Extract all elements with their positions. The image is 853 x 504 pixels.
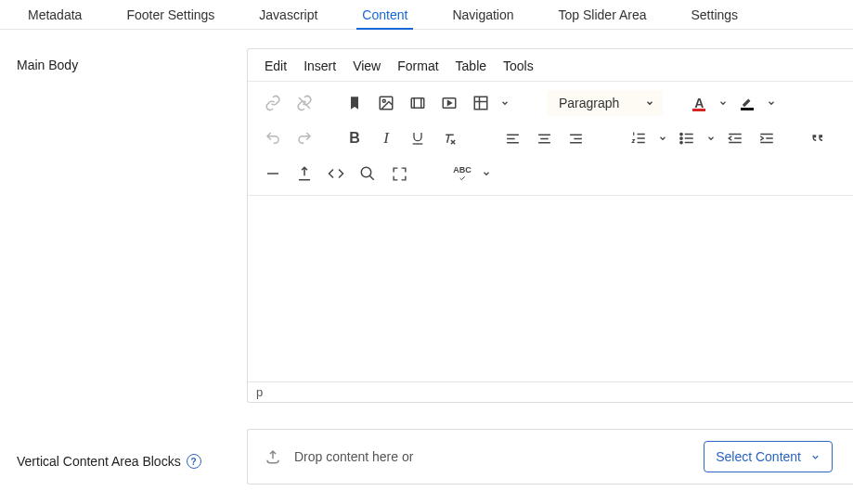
- text-color-dropdown-icon[interactable]: [717, 89, 730, 117]
- dropzone-hint: Drop content here or: [265, 448, 413, 465]
- underline-icon[interactable]: [404, 124, 432, 152]
- spellcheck-icon[interactable]: ABC: [448, 160, 476, 187]
- highlight-dropdown-icon[interactable]: [765, 89, 778, 117]
- unlink-icon[interactable]: [291, 89, 318, 117]
- menu-edit[interactable]: Edit: [265, 58, 287, 73]
- bookmark-icon[interactable]: [341, 89, 368, 117]
- upload-icon[interactable]: [291, 160, 318, 187]
- tab-javascript[interactable]: Javascript: [240, 1, 336, 29]
- image-settings-icon[interactable]: [404, 89, 432, 117]
- format-select-label: Paragraph: [559, 96, 619, 110]
- search-icon[interactable]: [354, 160, 381, 187]
- highlight-button[interactable]: [733, 89, 761, 117]
- select-content-label: Select Content: [716, 449, 801, 464]
- upload-cloud-icon: [265, 448, 281, 465]
- chevron-down-icon: [810, 452, 821, 462]
- table-icon[interactable]: [467, 89, 495, 117]
- text-color-button[interactable]: A: [685, 89, 713, 117]
- code-icon[interactable]: [322, 160, 350, 187]
- svg-point-1: [382, 99, 385, 102]
- blockquote-icon[interactable]: [803, 124, 831, 152]
- tab-content[interactable]: Content: [343, 1, 426, 29]
- svg-point-7: [680, 141, 682, 143]
- italic-icon[interactable]: I: [372, 124, 400, 152]
- dropzone-text: Drop content here or: [294, 449, 413, 464]
- menu-tools[interactable]: Tools: [503, 58, 534, 73]
- horizontal-rule-icon[interactable]: [259, 160, 287, 187]
- editor-menubar: Edit Insert View Format Table Tools: [248, 49, 853, 81]
- align-center-icon[interactable]: [530, 124, 558, 152]
- element-path-bar[interactable]: p: [248, 381, 853, 402]
- outdent-icon[interactable]: [721, 124, 749, 152]
- tab-navigation[interactable]: Navigation: [433, 1, 532, 29]
- table-dropdown-icon[interactable]: [498, 89, 511, 117]
- menu-format[interactable]: Format: [397, 58, 438, 73]
- undo-icon[interactable]: [259, 124, 287, 152]
- image-icon[interactable]: [372, 89, 400, 117]
- tab-settings[interactable]: Settings: [673, 1, 757, 29]
- video-icon[interactable]: [435, 89, 463, 117]
- tab-metadata[interactable]: Metadata: [9, 1, 100, 29]
- help-icon[interactable]: ?: [187, 454, 201, 469]
- content-area-label: Vertical Content Area Blocks: [17, 454, 181, 469]
- bullet-list-icon[interactable]: [673, 124, 701, 152]
- svg-point-8: [361, 167, 371, 177]
- redo-icon[interactable]: [291, 124, 318, 152]
- rich-text-editor: Edit Insert View Format Table Tools: [247, 48, 853, 403]
- svg-point-5: [680, 133, 682, 135]
- tab-footer-settings[interactable]: Footer Settings: [108, 1, 233, 29]
- editor-toolbar: Paragraph A: [248, 81, 853, 196]
- svg-point-6: [680, 137, 682, 139]
- svg-rect-4: [474, 97, 487, 110]
- content-area-row: Vertical Content Area Blocks ? Drop cont…: [0, 403, 853, 485]
- numbered-list-icon[interactable]: [625, 124, 653, 152]
- indent-icon[interactable]: [753, 124, 781, 152]
- svg-rect-2: [411, 98, 424, 109]
- menu-view[interactable]: View: [353, 58, 381, 73]
- content-dropzone[interactable]: Drop content here or Select Content: [247, 429, 853, 485]
- tab-top-slider-area[interactable]: Top Slider Area: [540, 1, 666, 29]
- page-tabs: Metadata Footer Settings Javascript Cont…: [0, 0, 853, 30]
- clear-format-icon[interactable]: [435, 124, 463, 152]
- format-select[interactable]: Paragraph: [547, 90, 663, 116]
- main-body-row: Main Body Edit Insert View Format Table …: [0, 30, 853, 403]
- numbered-list-dropdown-icon[interactable]: [656, 124, 669, 152]
- bold-icon[interactable]: B: [341, 124, 368, 152]
- menu-insert[interactable]: Insert: [304, 58, 336, 73]
- editor-body[interactable]: [248, 196, 853, 381]
- align-left-icon[interactable]: [498, 124, 526, 152]
- select-content-button[interactable]: Select Content: [704, 441, 833, 472]
- bullet-list-dropdown-icon[interactable]: [704, 124, 717, 152]
- content-area-label-wrap: Vertical Content Area Blocks ?: [17, 429, 241, 485]
- spellcheck-dropdown-icon[interactable]: [480, 160, 493, 187]
- link-icon[interactable]: [259, 89, 287, 117]
- main-body-label: Main Body: [17, 48, 241, 403]
- fullscreen-icon[interactable]: [385, 160, 413, 187]
- align-right-icon[interactable]: [562, 124, 589, 152]
- menu-table[interactable]: Table: [456, 58, 486, 73]
